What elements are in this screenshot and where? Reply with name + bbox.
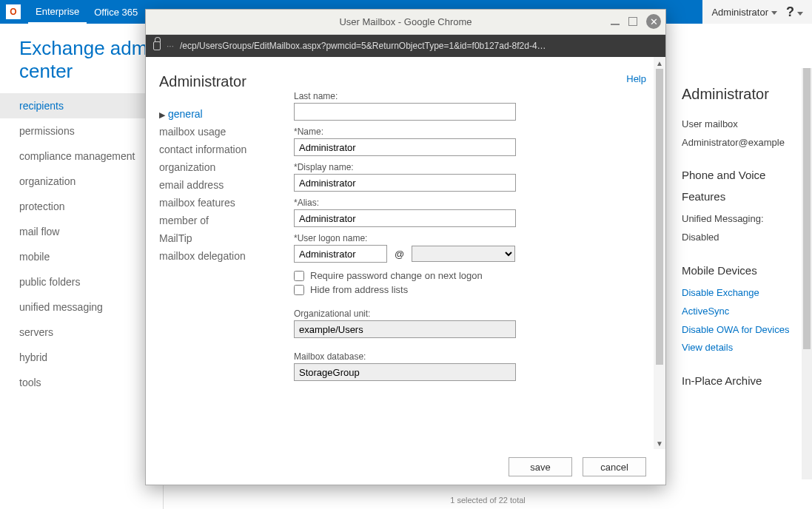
dialog-titlebar[interactable]: User Mailbox - Google Chrome ✕ (146, 10, 665, 35)
dlg-nav-org[interactable]: organization (159, 158, 294, 176)
edit-mailbox-dialog: User Mailbox - Google Chrome ✕ ··· /ecp/… (145, 9, 666, 485)
dlg-nav-usage[interactable]: mailbox usage (159, 123, 294, 141)
details-type: User mailbox (682, 115, 797, 134)
help-menu[interactable]: ? (786, 4, 803, 20)
input-db (294, 363, 516, 381)
dialog-footer: save cancel (146, 449, 665, 485)
save-button[interactable]: save (509, 457, 572, 476)
window-minimize-icon[interactable] (611, 24, 620, 25)
sidebar-item-protection[interactable]: protection (0, 194, 163, 219)
sidebar-item-mobile[interactable]: mobile (0, 244, 163, 269)
link-view-details[interactable]: View details (682, 342, 733, 353)
label-ou: Organizational unit: (294, 309, 645, 319)
tab-enterprise[interactable]: Enterprise (28, 0, 87, 24)
link-disable-eas[interactable]: Disable Exchange ActiveSync (682, 287, 759, 317)
dialog-title: User Mailbox - Google Chrome (339, 16, 472, 27)
input-alias[interactable] (294, 209, 516, 227)
dialog-form: Last name: *Name: *Display name: *Alias:… (294, 57, 665, 449)
dlg-nav-general[interactable]: ▶general (159, 105, 294, 123)
dialog-url: /ecp/UsersGroups/EditMailbox.aspx?pwmcid… (180, 41, 546, 51)
link-disable-owa[interactable]: Disable OWA for Devices (682, 324, 789, 335)
caret-down-icon (797, 12, 803, 16)
sidebar-item-organization[interactable]: organization (0, 169, 163, 194)
input-logon[interactable] (294, 245, 387, 263)
chk-hide-lists[interactable] (294, 285, 304, 295)
sidebar-item-servers[interactable]: servers (0, 320, 163, 345)
selection-count: 1 selected of 22 total (164, 491, 812, 509)
caret-down-icon (771, 11, 777, 15)
section-phone-voice: Phone and Voice Features (682, 165, 797, 207)
sidebar-item-compliance[interactable]: compliance management (0, 144, 163, 169)
lock-icon (153, 41, 161, 50)
sidebar-item-publicfolders[interactable]: public folders (0, 269, 163, 294)
at-symbol: @ (395, 249, 404, 260)
dlg-nav-contact[interactable]: contact information (159, 141, 294, 158)
label-hide-lists: Hide from address lists (310, 284, 408, 295)
scrollbar-thumb[interactable] (656, 69, 663, 365)
dlg-nav-delegation[interactable]: mailbox delegation (159, 247, 294, 265)
dialog-url-bar: ··· /ecp/UsersGroups/EditMailbox.aspx?pw… (146, 35, 665, 57)
dialog-heading: Administrator (159, 73, 294, 90)
dialog-scrollbar[interactable]: ▲ ▼ (654, 57, 665, 449)
sidebar-item-hybrid[interactable]: hybrid (0, 345, 163, 370)
current-user[interactable]: Administrator (711, 7, 777, 18)
um-status: Unified Messaging: Disabled (682, 210, 797, 246)
nav-arrow-icon: ▶ (159, 110, 165, 119)
window-maximize-icon[interactable] (628, 17, 637, 26)
sidebar-item-um[interactable]: unified messaging (0, 294, 163, 320)
input-display[interactable] (294, 174, 516, 192)
window-close-icon[interactable]: ✕ (646, 14, 661, 29)
scroll-up-icon[interactable]: ▲ (654, 57, 665, 69)
label-alias: *Alias: (294, 198, 645, 208)
details-title: Administrator (682, 80, 797, 108)
topbar-right: Administrator ? (702, 0, 812, 24)
scrollbar-thumb[interactable] (803, 68, 811, 349)
sidebar-item-tools[interactable]: tools (0, 370, 163, 395)
sidebar: recipients permissions compliance manage… (0, 93, 163, 395)
dlg-nav-features[interactable]: mailbox features (159, 194, 294, 212)
dialog-left-nav: Administrator ▶general mailbox usage con… (146, 57, 294, 449)
chk-require-pwd[interactable] (294, 271, 304, 281)
label-require-pwd: Require password change on next logon (310, 270, 483, 281)
cancel-button[interactable]: cancel (583, 457, 646, 476)
dlg-nav-memberof[interactable]: member of (159, 212, 294, 229)
details-panel: Administrator User mailbox Administrator… (667, 80, 812, 392)
label-lastname: Last name: (294, 91, 645, 101)
label-name: *Name: (294, 127, 645, 137)
input-ou (294, 320, 516, 338)
right-scrollbar[interactable] (802, 68, 812, 479)
dlg-nav-mailtip[interactable]: MailTip (159, 229, 294, 247)
section-mobile: Mobile Devices (682, 260, 797, 282)
sidebar-item-recipients[interactable]: recipients (0, 93, 163, 118)
dlg-nav-email[interactable]: email address (159, 176, 294, 194)
sidebar-item-mailflow[interactable]: mail flow (0, 219, 163, 244)
label-display: *Display name: (294, 162, 645, 172)
page-title: Exchange admin center (0, 24, 163, 93)
help-icon: ? (786, 4, 794, 19)
label-logon: *User logon name: (294, 233, 645, 243)
label-db: Mailbox database: (294, 351, 645, 362)
sidebar-item-permissions[interactable]: permissions (0, 118, 163, 144)
scroll-down-icon[interactable]: ▼ (654, 437, 665, 449)
select-domain[interactable] (412, 246, 515, 262)
details-email: Administrator@example (682, 134, 797, 152)
office-logo-icon: O (6, 4, 21, 19)
input-name[interactable] (294, 138, 516, 156)
left-column: Exchange admin center recipients permiss… (0, 24, 163, 509)
tab-office365[interactable]: Office 365 (87, 0, 145, 24)
input-lastname[interactable] (294, 103, 516, 121)
section-archive: In-Place Archive (682, 371, 797, 392)
